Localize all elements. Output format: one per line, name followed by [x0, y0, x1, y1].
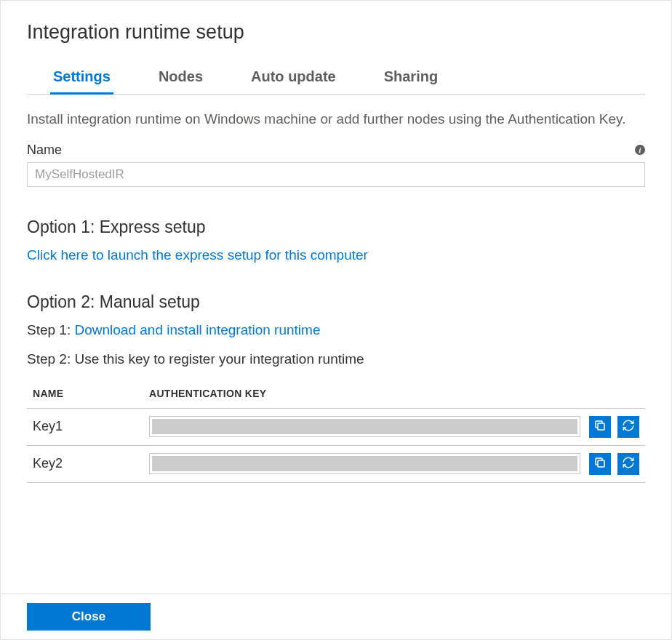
page-title: Integration runtime setup: [27, 21, 645, 44]
step1-label: Step 1:: [27, 322, 75, 337]
tab-auto-update[interactable]: Auto update: [248, 63, 339, 95]
key-name-cell: Key1: [27, 408, 143, 445]
svg-rect-1: [598, 460, 604, 467]
copy-key2-button[interactable]: [589, 453, 611, 475]
step1-row: Step 1: Download and install integration…: [27, 322, 645, 338]
auth-key-value: [149, 453, 580, 474]
footer: Close: [1, 593, 671, 639]
auth-keys-table: NAME AUTHENTICATION KEY Key1: [27, 380, 645, 483]
table-row: Key2: [27, 445, 645, 482]
close-button[interactable]: Close: [27, 603, 151, 631]
tabs: Settings Nodes Auto update Sharing: [27, 63, 645, 95]
option2-title: Option 2: Manual setup: [27, 292, 645, 312]
tab-nodes[interactable]: Nodes: [156, 63, 206, 95]
refresh-icon: [622, 419, 635, 434]
step2-row: Step 2: Use this key to register your in…: [27, 351, 645, 367]
column-header-name: NAME: [27, 380, 143, 409]
express-setup-link[interactable]: Click here to launch the express setup f…: [27, 247, 645, 263]
copy-icon: [593, 419, 607, 434]
column-header-authkey: AUTHENTICATION KEY: [143, 380, 586, 409]
refresh-icon: [622, 456, 635, 471]
download-install-link[interactable]: Download and install integration runtime: [75, 322, 321, 337]
copy-icon: [593, 456, 607, 471]
table-row: Key1: [27, 408, 645, 445]
settings-description: Install integration runtime on Windows m…: [27, 109, 645, 129]
name-input[interactable]: [27, 162, 645, 187]
name-label: Name: [27, 143, 62, 158]
tab-sharing[interactable]: Sharing: [381, 63, 441, 95]
auth-key-value: [149, 416, 580, 437]
key-name-cell: Key2: [27, 445, 143, 482]
refresh-key1-button[interactable]: [617, 416, 639, 438]
option1-title: Option 1: Express setup: [27, 217, 645, 237]
svg-rect-0: [598, 423, 604, 430]
copy-key1-button[interactable]: [589, 416, 611, 438]
info-icon[interactable]: i: [635, 145, 645, 155]
refresh-key2-button[interactable]: [617, 453, 639, 475]
tab-settings[interactable]: Settings: [50, 63, 113, 95]
